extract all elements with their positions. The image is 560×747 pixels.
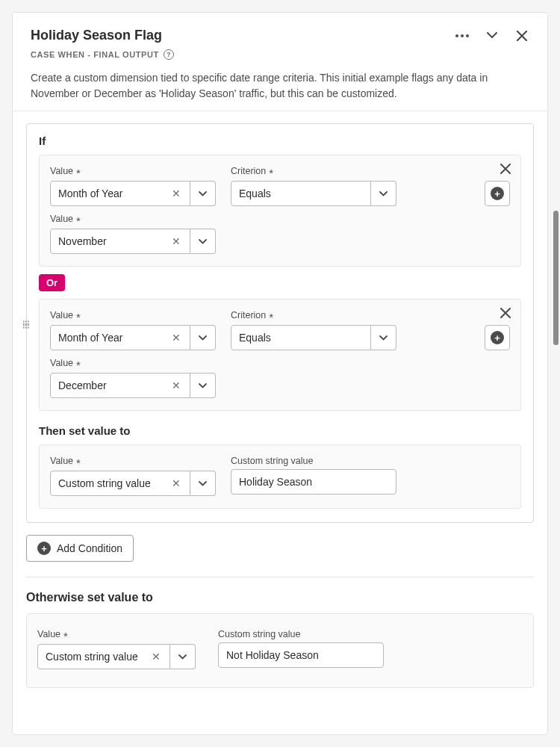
custom-string-label: Custom string value <box>218 629 384 639</box>
value-label: Value* <box>50 310 216 320</box>
value-select-1b[interactable]: November✕ <box>50 229 216 254</box>
scrollbar[interactable] <box>553 211 559 345</box>
svg-point-1 <box>461 34 464 37</box>
dropdown-caret[interactable] <box>170 644 196 669</box>
dropdown-caret[interactable] <box>371 325 396 350</box>
svg-point-0 <box>455 34 458 37</box>
condition-card-1: Value* Month of Year✕ Criterion* Equals <box>39 155 521 267</box>
custom-string-label: Custom string value <box>231 456 396 466</box>
criterion-label: Criterion* <box>231 166 396 176</box>
close-button[interactable] <box>514 28 529 43</box>
drag-handle-icon[interactable]: ⠿⠿ <box>24 320 26 327</box>
value-label: Value* <box>50 166 216 176</box>
chevron-down-icon <box>199 383 207 388</box>
remove-condition-button[interactable] <box>498 161 513 176</box>
section-divider <box>26 577 534 577</box>
criterion-label: Criterion* <box>231 310 396 320</box>
chevron-down-icon <box>199 335 207 341</box>
then-value-type-select[interactable]: Custom string value✕ <box>50 471 216 496</box>
dropdown-caret[interactable] <box>190 229 216 254</box>
chevron-down-icon <box>199 239 207 244</box>
svg-point-2 <box>466 34 469 37</box>
clear-icon[interactable]: ✕ <box>150 651 162 663</box>
then-custom-value-input[interactable] <box>231 469 396 495</box>
dropdown-caret[interactable] <box>190 325 216 350</box>
panel-description: Create a custom dimension tied to specif… <box>31 70 529 102</box>
value-select-1a[interactable]: Month of Year✕ <box>50 181 216 206</box>
add-condition-button[interactable]: + Add Condition <box>26 535 134 562</box>
dropdown-caret[interactable] <box>190 471 216 496</box>
remove-condition-button[interactable] <box>498 306 513 320</box>
add-criterion-button[interactable]: + <box>485 181 510 206</box>
chevron-down-icon <box>199 191 207 196</box>
or-badge: Or <box>39 274 65 291</box>
close-icon <box>500 308 511 318</box>
dropdown-caret[interactable] <box>190 373 216 398</box>
close-icon <box>517 31 527 41</box>
clear-icon[interactable]: ✕ <box>170 379 182 391</box>
page-title: Holiday Season Flag <box>31 28 162 43</box>
then-heading: Then set value to <box>39 424 521 437</box>
more-options-button[interactable] <box>455 28 470 43</box>
chevron-down-icon <box>199 481 207 486</box>
help-icon[interactable]: ? <box>164 49 174 60</box>
add-criterion-button[interactable]: + <box>485 325 510 350</box>
clear-icon[interactable]: ✕ <box>170 332 182 344</box>
panel-body: If Value* Month of Year✕ Criterion* <box>13 111 547 706</box>
value-label: Value* <box>50 358 510 368</box>
value-label: Value* <box>50 214 510 224</box>
panel-header: Holiday Season Flag CASE WHEN - FINAL OU… <box>13 13 547 111</box>
panel-subtitle: CASE WHEN - FINAL OUTPUT <box>31 50 159 59</box>
plus-circle-icon: + <box>491 331 504 344</box>
then-card: Value* Custom string value✕ Custom strin… <box>39 444 521 509</box>
chevron-down-icon <box>379 191 388 196</box>
criterion-select-2[interactable]: Equals <box>231 325 396 350</box>
ellipsis-icon <box>455 34 469 37</box>
chevron-down-icon <box>379 335 388 341</box>
otherwise-heading: Otherwise set value to <box>26 591 534 604</box>
value-select-2b[interactable]: December✕ <box>50 373 216 398</box>
dropdown-caret[interactable] <box>371 181 396 206</box>
otherwise-card: Value* Custom string value✕ Custom strin… <box>26 613 534 688</box>
condition-card-2: Value* Month of Year✕ Criterion* Equals <box>39 299 521 411</box>
clear-icon[interactable]: ✕ <box>170 187 182 199</box>
add-condition-label: Add Condition <box>57 542 122 554</box>
dimension-panel: Holiday Season Flag CASE WHEN - FINAL OU… <box>12 12 548 735</box>
close-icon <box>500 164 511 174</box>
value-label: Value* <box>50 456 216 466</box>
value-label: Value* <box>37 629 203 639</box>
chevron-down-icon <box>178 654 187 660</box>
plus-circle-icon: + <box>491 187 504 200</box>
otherwise-custom-value-input[interactable] <box>218 642 384 668</box>
collapse-button[interactable] <box>485 28 500 43</box>
clear-icon[interactable]: ✕ <box>170 477 182 489</box>
clear-icon[interactable]: ✕ <box>170 235 182 247</box>
plus-circle-icon: + <box>37 542 51 555</box>
if-block: If Value* Month of Year✕ Criterion* <box>26 123 534 523</box>
chevron-down-icon <box>487 32 497 39</box>
value-select-2a[interactable]: Month of Year✕ <box>50 325 216 350</box>
criterion-select-1[interactable]: Equals <box>231 181 396 206</box>
otherwise-value-type-select[interactable]: Custom string value✕ <box>37 644 203 669</box>
dropdown-caret[interactable] <box>190 181 216 206</box>
if-heading: If <box>39 134 521 147</box>
